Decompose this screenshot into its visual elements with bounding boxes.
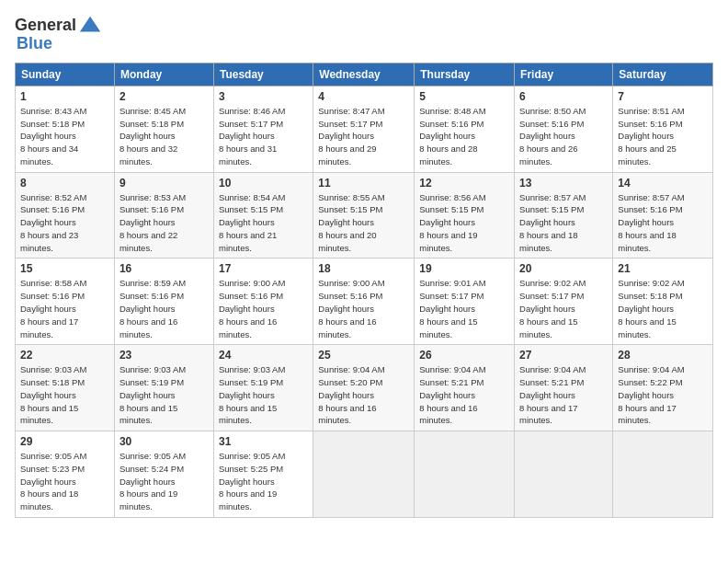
day-info: Sunrise: 9:03 AM Sunset: 5:19 PM Dayligh…	[119, 363, 209, 427]
daylight-label: Daylight hours	[419, 304, 475, 314]
sunrise-label: Sunrise: 8:51 AM	[618, 106, 684, 116]
daylight-label: Daylight hours	[618, 304, 674, 314]
calendar-cell: 14 Sunrise: 8:57 AM Sunset: 5:16 PM Dayl…	[613, 172, 713, 259]
calendar-week: 8 Sunrise: 8:52 AM Sunset: 5:16 PM Dayli…	[16, 172, 713, 259]
day-number: 3	[219, 90, 308, 103]
daylight-duration: 8 hours and 16 minutes.	[119, 316, 177, 339]
day-info: Sunrise: 8:43 AM Sunset: 5:18 PM Dayligh…	[20, 105, 109, 168]
sunrise-label: Sunrise: 8:50 AM	[519, 106, 586, 116]
sunrise-label: Sunrise: 8:53 AM	[119, 192, 186, 202]
day-info: Sunrise: 9:00 AM Sunset: 5:16 PM Dayligh…	[318, 277, 409, 340]
daylight-duration: 8 hours and 22 minutes.	[119, 230, 177, 253]
daylight-duration: 8 hours and 18 minutes.	[20, 488, 78, 511]
daylight-label: Daylight hours	[419, 390, 475, 400]
daylight-label: Daylight hours	[419, 217, 475, 227]
daylight-label: Daylight hours	[119, 304, 176, 314]
daylight-label: Daylight hours	[519, 217, 575, 227]
day-number: 22	[20, 349, 109, 362]
day-number: 21	[618, 262, 708, 275]
daylight-duration: 8 hours and 15 minutes.	[519, 316, 577, 339]
daylight-duration: 8 hours and 26 minutes.	[519, 144, 577, 167]
day-info: Sunrise: 9:02 AM Sunset: 5:17 PM Dayligh…	[519, 277, 608, 340]
sunset-label: Sunset: 5:15 PM	[519, 204, 584, 214]
daylight-duration: 8 hours and 19 minutes.	[419, 230, 477, 253]
day-number: 5	[419, 90, 509, 103]
day-info: Sunrise: 8:57 AM Sunset: 5:15 PM Dayligh…	[519, 191, 608, 255]
day-number: 27	[519, 349, 608, 362]
day-number: 28	[618, 349, 708, 362]
day-number: 2	[119, 90, 209, 103]
sunset-label: Sunset: 5:16 PM	[20, 204, 85, 214]
sunrise-label: Sunrise: 8:55 AM	[318, 192, 384, 202]
sunrise-label: Sunrise: 8:46 AM	[219, 106, 285, 116]
sunrise-label: Sunrise: 9:04 AM	[419, 364, 485, 374]
sunset-label: Sunset: 5:15 PM	[219, 204, 283, 214]
daylight-label: Daylight hours	[618, 217, 674, 227]
daylight-label: Daylight hours	[219, 304, 275, 314]
page: General Blue SundayMondayTuesdayWednesda…	[0, 0, 728, 563]
sunrise-label: Sunrise: 9:04 AM	[318, 364, 384, 374]
sunrise-label: Sunrise: 8:45 AM	[119, 106, 186, 116]
sunrise-label: Sunrise: 9:00 AM	[219, 278, 285, 288]
sunset-label: Sunset: 5:16 PM	[419, 119, 483, 129]
logo: General Blue	[15, 13, 104, 53]
calendar-cell: 4 Sunrise: 8:47 AM Sunset: 5:17 PM Dayli…	[313, 86, 415, 172]
daylight-duration: 8 hours and 16 minutes.	[419, 403, 477, 426]
sunrise-label: Sunrise: 8:58 AM	[20, 278, 86, 288]
daylight-duration: 8 hours and 16 minutes.	[318, 316, 376, 339]
calendar-cell	[415, 431, 515, 518]
sunrise-label: Sunrise: 8:47 AM	[318, 106, 384, 116]
sunrise-label: Sunrise: 8:48 AM	[419, 106, 485, 116]
day-number: 10	[219, 177, 308, 190]
calendar-cell: 10 Sunrise: 8:54 AM Sunset: 5:15 PM Dayl…	[213, 172, 313, 259]
day-info: Sunrise: 8:56 AM Sunset: 5:15 PM Dayligh…	[419, 191, 509, 255]
daylight-label: Daylight hours	[119, 477, 176, 487]
daylight-label: Daylight hours	[318, 217, 374, 227]
sunset-label: Sunset: 5:25 PM	[219, 464, 283, 474]
sunrise-label: Sunrise: 9:00 AM	[318, 278, 384, 288]
day-number: 15	[20, 262, 109, 275]
daylight-duration: 8 hours and 19 minutes.	[119, 488, 177, 511]
day-number: 31	[219, 435, 308, 448]
daylight-duration: 8 hours and 23 minutes.	[20, 230, 78, 253]
daylight-label: Daylight hours	[318, 131, 374, 141]
daylight-label: Daylight hours	[318, 390, 374, 400]
day-info: Sunrise: 9:00 AM Sunset: 5:16 PM Dayligh…	[219, 277, 308, 340]
day-info: Sunrise: 8:45 AM Sunset: 5:18 PM Dayligh…	[119, 105, 209, 168]
sunrise-label: Sunrise: 8:54 AM	[219, 192, 285, 202]
daylight-duration: 8 hours and 19 minutes.	[219, 488, 277, 511]
sunset-label: Sunset: 5:15 PM	[419, 204, 483, 214]
day-info: Sunrise: 9:01 AM Sunset: 5:17 PM Dayligh…	[419, 277, 509, 340]
calendar-cell: 12 Sunrise: 8:56 AM Sunset: 5:15 PM Dayl…	[415, 172, 515, 259]
day-info: Sunrise: 9:04 AM Sunset: 5:20 PM Dayligh…	[318, 363, 409, 427]
sunset-label: Sunset: 5:17 PM	[219, 119, 283, 129]
daylight-label: Daylight hours	[219, 131, 275, 141]
day-info: Sunrise: 9:03 AM Sunset: 5:18 PM Dayligh…	[20, 363, 109, 427]
sunset-label: Sunset: 5:21 PM	[419, 377, 483, 387]
calendar-cell	[515, 431, 613, 518]
day-number: 19	[419, 262, 509, 275]
day-number: 7	[618, 90, 708, 103]
sunrise-label: Sunrise: 9:02 AM	[519, 278, 586, 288]
sunset-label: Sunset: 5:15 PM	[318, 204, 382, 214]
calendar-week: 22 Sunrise: 9:03 AM Sunset: 5:18 PM Dayl…	[16, 345, 713, 431]
calendar-cell: 24 Sunrise: 9:03 AM Sunset: 5:19 PM Dayl…	[213, 345, 313, 431]
calendar-cell: 22 Sunrise: 9:03 AM Sunset: 5:18 PM Dayl…	[16, 345, 115, 431]
sunrise-label: Sunrise: 9:01 AM	[419, 278, 485, 288]
daylight-duration: 8 hours and 18 minutes.	[618, 230, 676, 253]
sunrise-label: Sunrise: 9:03 AM	[219, 364, 285, 374]
day-number: 11	[318, 177, 409, 190]
day-info: Sunrise: 8:48 AM Sunset: 5:16 PM Dayligh…	[419, 105, 509, 168]
calendar-cell: 17 Sunrise: 9:00 AM Sunset: 5:16 PM Dayl…	[213, 259, 313, 345]
calendar-cell: 5 Sunrise: 8:48 AM Sunset: 5:16 PM Dayli…	[415, 86, 515, 172]
sunrise-label: Sunrise: 9:05 AM	[119, 451, 186, 461]
sunset-label: Sunset: 5:17 PM	[318, 119, 382, 129]
day-number: 23	[119, 349, 209, 362]
sunrise-label: Sunrise: 9:04 AM	[618, 364, 684, 374]
calendar-cell: 2 Sunrise: 8:45 AM Sunset: 5:18 PM Dayli…	[114, 86, 213, 172]
day-number: 16	[119, 262, 209, 275]
sunrise-label: Sunrise: 8:52 AM	[20, 192, 86, 202]
day-number: 24	[219, 349, 308, 362]
header: General Blue	[15, 13, 713, 53]
daylight-label: Daylight hours	[20, 304, 76, 314]
